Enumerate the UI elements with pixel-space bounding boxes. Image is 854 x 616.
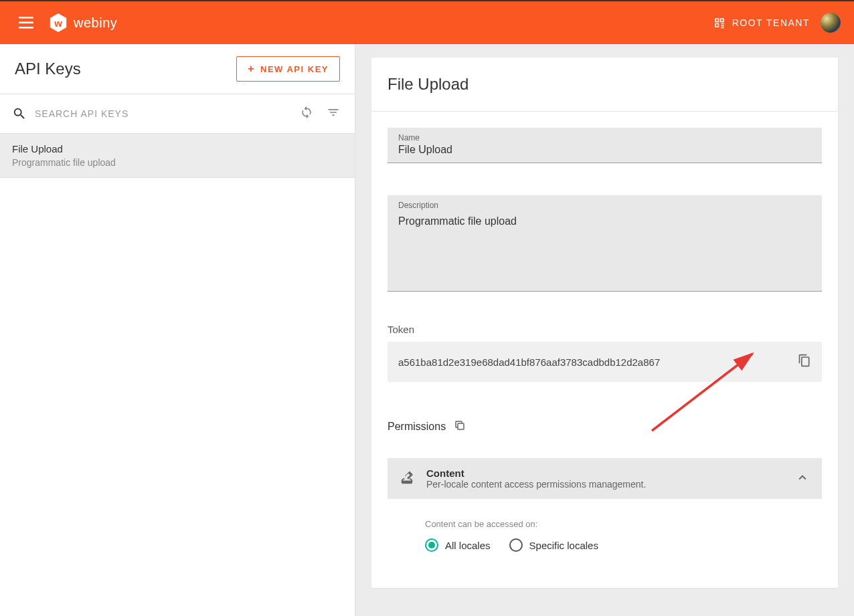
token-box: a561ba81d2e319e68dad41bf876aaf3783cadbdb… [388, 342, 822, 382]
plus-icon: + [248, 64, 255, 74]
radio-label: Specific locales [529, 540, 598, 551]
right-panel: File Upload Name Description Token a561b… [355, 44, 854, 616]
name-input[interactable] [398, 144, 811, 156]
radio-specific-locales[interactable]: Specific locales [509, 538, 598, 552]
copy-outline-icon [454, 419, 466, 431]
description-field[interactable]: Description [388, 195, 822, 292]
permissions-label: Permissions [388, 421, 446, 433]
brand-logo[interactable]: w webiny [48, 13, 117, 33]
svg-rect-1 [19, 22, 33, 24]
tenant-icon [713, 17, 725, 29]
chevron-up-icon [795, 470, 810, 488]
new-api-key-button[interactable]: + NEW API KEY [236, 56, 340, 82]
brand-name: webiny [74, 15, 117, 31]
vote-icon [400, 470, 414, 488]
accordion-content-body: Content can be accessed on: All locales … [388, 499, 822, 572]
token-value: a561ba81d2e319e68dad41bf876aaf3783cadbdb… [398, 356, 660, 368]
svg-text:w: w [54, 17, 62, 29]
left-panel: API Keys + NEW API KEY File Upload Progr… [0, 44, 355, 616]
search-input[interactable] [35, 108, 289, 119]
refresh-button[interactable] [297, 103, 316, 124]
refresh-icon [300, 106, 313, 119]
name-field[interactable]: Name [388, 128, 822, 163]
webiny-logo-icon: w [48, 13, 68, 33]
radio-all-locales[interactable]: All locales [425, 538, 491, 552]
svg-rect-2 [19, 27, 33, 29]
page-title: API Keys [15, 60, 81, 78]
description-input[interactable] [398, 211, 811, 288]
description-label: Description [398, 201, 811, 210]
top-navbar: w webiny ROOT TENANT [0, 1, 854, 44]
user-avatar[interactable] [821, 13, 841, 33]
new-button-label: NEW API KEY [260, 64, 329, 74]
radio-selected-icon [425, 538, 438, 552]
accordion-subtitle: Per-locale content access permissions ma… [426, 479, 783, 490]
radio-unselected-icon [509, 538, 523, 552]
radio-label: All locales [445, 540, 491, 551]
svg-rect-6 [458, 423, 464, 429]
list-item[interactable]: File Upload Programmatic file upload [0, 134, 355, 178]
hamburger-menu-button[interactable] [13, 11, 39, 34]
accordion-title: Content [426, 468, 783, 479]
tenant-selector[interactable]: ROOT TENANT [713, 17, 810, 29]
token-label: Token [388, 324, 822, 335]
tenant-label: ROOT TENANT [732, 17, 810, 28]
accordion-body-label: Content can be accessed on: [425, 519, 784, 529]
filter-icon [327, 106, 340, 119]
filter-button[interactable] [324, 103, 343, 124]
copy-permissions-button[interactable] [454, 419, 466, 434]
svg-rect-0 [19, 17, 33, 19]
search-icon [12, 106, 27, 121]
copy-icon [798, 354, 811, 367]
copy-token-button[interactable] [798, 354, 811, 370]
list-item-title: File Upload [12, 143, 343, 155]
name-label: Name [398, 133, 811, 142]
list-item-subtitle: Programmatic file upload [12, 157, 343, 168]
detail-title: File Upload [388, 75, 822, 94]
accordion-content-header[interactable]: Content Per-locale content access permis… [388, 458, 822, 499]
